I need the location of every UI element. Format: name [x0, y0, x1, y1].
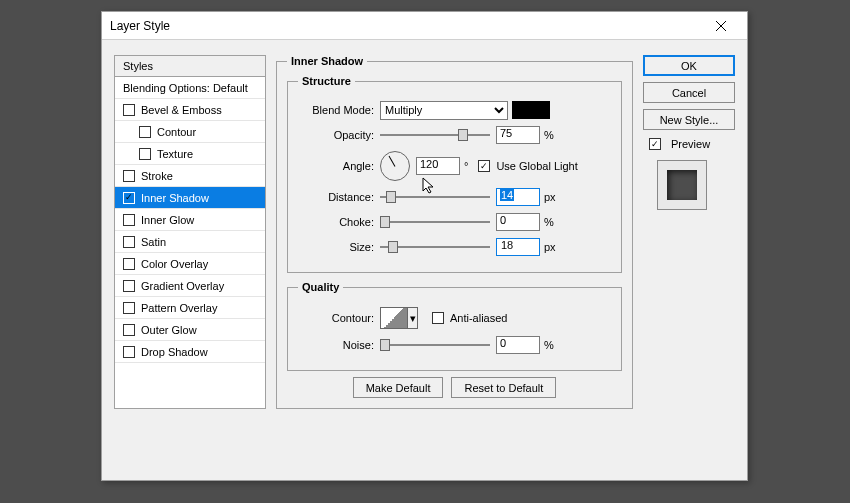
style-checkbox[interactable]	[123, 214, 135, 226]
preview-checkbox[interactable]	[649, 138, 661, 150]
antialiased-checkbox[interactable]	[432, 312, 444, 324]
angle-dial[interactable]	[380, 151, 410, 181]
preview-label: Preview	[671, 138, 710, 150]
reset-default-button[interactable]: Reset to Default	[451, 377, 556, 398]
effect-title: Inner Shadow	[287, 55, 367, 67]
contour-picker[interactable]	[380, 307, 408, 329]
style-row-stroke[interactable]: Stroke	[115, 165, 265, 187]
size-label: Size:	[298, 241, 380, 253]
style-checkbox[interactable]	[123, 302, 135, 314]
preview-thumbnail	[657, 160, 707, 210]
global-light-label: Use Global Light	[496, 160, 577, 172]
styles-panel: Styles Blending Options: Default Bevel &…	[114, 55, 266, 409]
size-input[interactable]: 18	[496, 238, 540, 256]
style-checkbox[interactable]	[139, 126, 151, 138]
layer-style-dialog: Layer Style Styles Blending Options: Def…	[101, 11, 748, 481]
style-row-outer-glow[interactable]: Outer Glow	[115, 319, 265, 341]
style-row-bevel-emboss[interactable]: Bevel & Emboss	[115, 99, 265, 121]
style-row-inner-shadow[interactable]: Inner Shadow	[115, 187, 265, 209]
style-checkbox[interactable]	[123, 236, 135, 248]
close-icon	[716, 21, 726, 31]
style-label: Color Overlay	[141, 258, 208, 270]
blending-options-label: Blending Options: Default	[123, 82, 248, 94]
distance-slider[interactable]	[380, 190, 490, 204]
opacity-label: Opacity:	[298, 129, 380, 141]
style-label: Pattern Overlay	[141, 302, 217, 314]
style-row-contour[interactable]: Contour	[115, 121, 265, 143]
style-checkbox[interactable]	[123, 170, 135, 182]
titlebar: Layer Style	[102, 12, 747, 40]
angle-input[interactable]: 120	[416, 157, 460, 175]
style-label: Drop Shadow	[141, 346, 208, 358]
style-label: Satin	[141, 236, 166, 248]
noise-slider[interactable]	[380, 338, 490, 352]
quality-group: Quality Contour: ▾ Anti-aliased Noise: 0…	[287, 281, 622, 371]
style-label: Contour	[157, 126, 196, 138]
size-unit: px	[544, 241, 556, 253]
antialiased-label: Anti-aliased	[450, 312, 507, 324]
new-style-button[interactable]: New Style...	[643, 109, 735, 130]
distance-input[interactable]: 14	[496, 188, 540, 206]
cancel-button[interactable]: Cancel	[643, 82, 735, 103]
style-row-texture[interactable]: Texture	[115, 143, 265, 165]
style-checkbox[interactable]	[123, 324, 135, 336]
angle-unit: °	[464, 160, 468, 172]
choke-slider[interactable]	[380, 215, 490, 229]
style-checkbox[interactable]	[123, 346, 135, 358]
noise-label: Noise:	[298, 339, 380, 351]
choke-label: Choke:	[298, 216, 380, 228]
structure-legend: Structure	[298, 75, 355, 87]
style-label: Bevel & Emboss	[141, 104, 222, 116]
style-row-pattern-overlay[interactable]: Pattern Overlay	[115, 297, 265, 319]
styles-header[interactable]: Styles	[115, 56, 265, 77]
ok-button[interactable]: OK	[643, 55, 735, 76]
style-label: Outer Glow	[141, 324, 197, 336]
style-row-satin[interactable]: Satin	[115, 231, 265, 253]
blending-options-row[interactable]: Blending Options: Default	[115, 77, 265, 99]
style-row-color-overlay[interactable]: Color Overlay	[115, 253, 265, 275]
styles-list: Blending Options: Default Bevel & Emboss…	[115, 77, 265, 363]
contour-label: Contour:	[298, 312, 380, 324]
distance-unit: px	[544, 191, 556, 203]
make-default-button[interactable]: Make Default	[353, 377, 444, 398]
opacity-slider[interactable]	[380, 128, 490, 142]
noise-unit: %	[544, 339, 554, 351]
dialog-title: Layer Style	[110, 19, 170, 33]
style-label: Inner Shadow	[141, 192, 209, 204]
contour-dropdown[interactable]: ▾	[408, 307, 418, 329]
style-checkbox[interactable]	[139, 148, 151, 160]
style-label: Stroke	[141, 170, 173, 182]
style-label: Texture	[157, 148, 193, 160]
opacity-unit: %	[544, 129, 554, 141]
quality-legend: Quality	[298, 281, 343, 293]
dialog-actions: OK Cancel New Style... Preview	[643, 55, 735, 409]
size-slider[interactable]	[380, 240, 490, 254]
style-label: Inner Glow	[141, 214, 194, 226]
style-checkbox[interactable]	[123, 280, 135, 292]
close-button[interactable]	[703, 12, 739, 39]
noise-input[interactable]: 0	[496, 336, 540, 354]
blend-mode-label: Blend Mode:	[298, 104, 380, 116]
effect-settings: Inner Shadow Structure Blend Mode: Multi…	[276, 55, 633, 409]
structure-group: Structure Blend Mode: Multiply Opacity: …	[287, 75, 622, 273]
style-checkbox[interactable]	[123, 104, 135, 116]
style-checkbox[interactable]	[123, 192, 135, 204]
choke-input[interactable]: 0	[496, 213, 540, 231]
global-light-checkbox[interactable]	[478, 160, 490, 172]
style-row-gradient-overlay[interactable]: Gradient Overlay	[115, 275, 265, 297]
angle-label: Angle:	[298, 160, 380, 172]
inner-shadow-group: Inner Shadow Structure Blend Mode: Multi…	[276, 55, 633, 409]
style-row-drop-shadow[interactable]: Drop Shadow	[115, 341, 265, 363]
opacity-input[interactable]: 75	[496, 126, 540, 144]
distance-label: Distance:	[298, 191, 380, 203]
choke-unit: %	[544, 216, 554, 228]
style-checkbox[interactable]	[123, 258, 135, 270]
style-row-inner-glow[interactable]: Inner Glow	[115, 209, 265, 231]
blend-mode-select[interactable]: Multiply	[380, 101, 508, 120]
shadow-color-swatch[interactable]	[512, 101, 550, 119]
style-label: Gradient Overlay	[141, 280, 224, 292]
